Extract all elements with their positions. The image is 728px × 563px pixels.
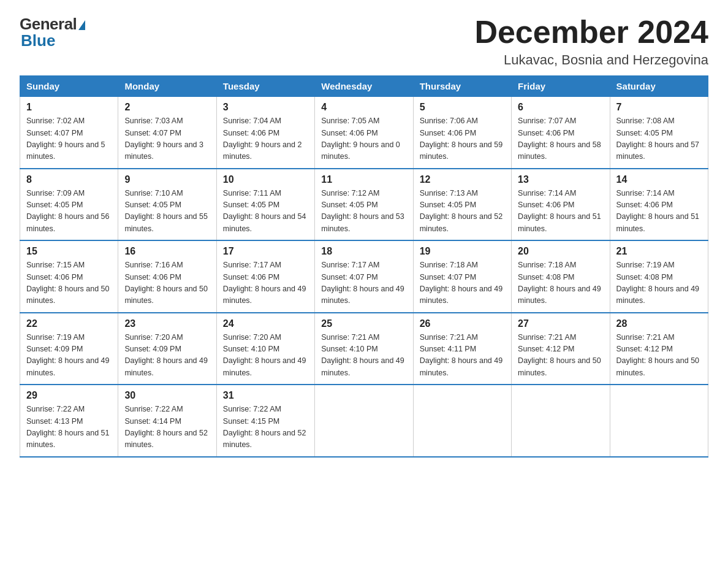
day-info: Sunrise: 7:06 AMSunset: 4:06 PMDaylight:… <box>420 117 503 161</box>
day-info: Sunrise: 7:22 AMSunset: 4:14 PMDaylight:… <box>124 405 208 449</box>
table-row: 20 Sunrise: 7:18 AMSunset: 4:08 PMDaylig… <box>512 240 610 313</box>
day-info: Sunrise: 7:18 AMSunset: 4:07 PMDaylight:… <box>420 261 503 305</box>
table-row: 17 Sunrise: 7:17 AMSunset: 4:06 PMDaylig… <box>216 240 314 313</box>
table-row: 22 Sunrise: 7:19 AMSunset: 4:09 PMDaylig… <box>20 313 118 385</box>
table-row <box>610 385 708 457</box>
day-number: 8 <box>26 174 112 185</box>
day-info: Sunrise: 7:11 AMSunset: 4:05 PMDaylight:… <box>223 189 306 233</box>
table-row: 10 Sunrise: 7:11 AMSunset: 4:05 PMDaylig… <box>216 169 314 241</box>
day-info: Sunrise: 7:08 AMSunset: 4:05 PMDaylight:… <box>616 117 700 161</box>
day-info: Sunrise: 7:22 AMSunset: 4:15 PMDaylight:… <box>223 405 306 449</box>
day-number: 15 <box>26 246 112 257</box>
day-info: Sunrise: 7:17 AMSunset: 4:07 PMDaylight:… <box>321 261 404 305</box>
table-row: 24 Sunrise: 7:20 AMSunset: 4:10 PMDaylig… <box>216 313 314 385</box>
day-number: 18 <box>321 246 406 257</box>
day-info: Sunrise: 7:20 AMSunset: 4:09 PMDaylight:… <box>124 333 208 377</box>
logo-blue-text: Blue <box>21 31 55 50</box>
table-row: 8 Sunrise: 7:09 AMSunset: 4:05 PMDayligh… <box>20 169 118 241</box>
day-info: Sunrise: 7:21 AMSunset: 4:11 PMDaylight:… <box>420 333 503 377</box>
calendar-week-row: 15 Sunrise: 7:15 AMSunset: 4:06 PMDaylig… <box>20 240 708 313</box>
col-sunday: Sunday <box>20 76 118 97</box>
table-row: 3 Sunrise: 7:04 AMSunset: 4:06 PMDayligh… <box>216 97 314 169</box>
day-number: 22 <box>26 318 112 329</box>
day-number: 3 <box>223 102 308 113</box>
day-number: 26 <box>420 318 505 329</box>
table-row: 1 Sunrise: 7:02 AMSunset: 4:07 PMDayligh… <box>20 97 118 169</box>
col-friday: Friday <box>512 76 610 97</box>
day-info: Sunrise: 7:22 AMSunset: 4:13 PMDaylight:… <box>26 405 110 449</box>
day-number: 1 <box>26 102 112 113</box>
day-info: Sunrise: 7:21 AMSunset: 4:12 PMDaylight:… <box>616 333 700 377</box>
day-number: 19 <box>420 246 505 257</box>
table-row: 11 Sunrise: 7:12 AMSunset: 4:05 PMDaylig… <box>315 169 413 241</box>
page-subtitle: Lukavac, Bosnia and Herzegovina <box>474 52 708 68</box>
calendar-header-row: Sunday Monday Tuesday Wednesday Thursday… <box>20 76 708 97</box>
table-row: 21 Sunrise: 7:19 AMSunset: 4:08 PMDaylig… <box>610 240 708 313</box>
calendar-week-row: 22 Sunrise: 7:19 AMSunset: 4:09 PMDaylig… <box>20 313 708 385</box>
table-row: 19 Sunrise: 7:18 AMSunset: 4:07 PMDaylig… <box>413 240 511 313</box>
table-row: 29 Sunrise: 7:22 AMSunset: 4:13 PMDaylig… <box>20 385 118 457</box>
day-number: 7 <box>616 102 702 113</box>
day-number: 5 <box>420 102 505 113</box>
table-row: 6 Sunrise: 7:07 AMSunset: 4:06 PMDayligh… <box>512 97 610 169</box>
table-row: 15 Sunrise: 7:15 AMSunset: 4:06 PMDaylig… <box>20 240 118 313</box>
day-info: Sunrise: 7:03 AMSunset: 4:07 PMDaylight:… <box>124 117 203 161</box>
table-row: 13 Sunrise: 7:14 AMSunset: 4:06 PMDaylig… <box>512 169 610 241</box>
logo-triangle-icon <box>78 20 85 30</box>
day-info: Sunrise: 7:17 AMSunset: 4:06 PMDaylight:… <box>223 261 306 305</box>
day-number: 25 <box>321 318 406 329</box>
day-info: Sunrise: 7:21 AMSunset: 4:12 PMDaylight:… <box>518 333 601 377</box>
day-number: 4 <box>321 102 406 113</box>
col-saturday: Saturday <box>610 76 708 97</box>
table-row: 7 Sunrise: 7:08 AMSunset: 4:05 PMDayligh… <box>610 97 708 169</box>
page-title: December 2024 <box>474 15 708 50</box>
table-row <box>315 385 413 457</box>
table-row: 5 Sunrise: 7:06 AMSunset: 4:06 PMDayligh… <box>413 97 511 169</box>
day-info: Sunrise: 7:10 AMSunset: 4:05 PMDaylight:… <box>124 189 208 233</box>
table-row <box>413 385 511 457</box>
day-info: Sunrise: 7:14 AMSunset: 4:06 PMDaylight:… <box>518 189 601 233</box>
day-number: 11 <box>321 174 406 185</box>
day-info: Sunrise: 7:21 AMSunset: 4:10 PMDaylight:… <box>321 333 404 377</box>
day-info: Sunrise: 7:05 AMSunset: 4:06 PMDaylight:… <box>321 117 400 161</box>
day-info: Sunrise: 7:19 AMSunset: 4:09 PMDaylight:… <box>26 333 110 377</box>
day-info: Sunrise: 7:14 AMSunset: 4:06 PMDaylight:… <box>616 189 700 233</box>
table-row: 23 Sunrise: 7:20 AMSunset: 4:09 PMDaylig… <box>118 313 216 385</box>
table-row: 25 Sunrise: 7:21 AMSunset: 4:10 PMDaylig… <box>315 313 413 385</box>
day-number: 27 <box>518 318 603 329</box>
day-info: Sunrise: 7:18 AMSunset: 4:08 PMDaylight:… <box>518 261 601 305</box>
table-row: 2 Sunrise: 7:03 AMSunset: 4:07 PMDayligh… <box>118 97 216 169</box>
day-number: 31 <box>223 390 308 401</box>
table-row: 12 Sunrise: 7:13 AMSunset: 4:05 PMDaylig… <box>413 169 511 241</box>
table-row: 26 Sunrise: 7:21 AMSunset: 4:11 PMDaylig… <box>413 313 511 385</box>
day-info: Sunrise: 7:20 AMSunset: 4:10 PMDaylight:… <box>223 333 306 377</box>
col-thursday: Thursday <box>413 76 511 97</box>
day-number: 10 <box>223 174 308 185</box>
day-number: 2 <box>124 102 210 113</box>
day-info: Sunrise: 7:07 AMSunset: 4:06 PMDaylight:… <box>518 117 601 161</box>
table-row: 30 Sunrise: 7:22 AMSunset: 4:14 PMDaylig… <box>118 385 216 457</box>
day-number: 16 <box>124 246 210 257</box>
day-number: 29 <box>26 390 112 401</box>
day-number: 24 <box>223 318 308 329</box>
title-block: December 2024 Lukavac, Bosnia and Herzeg… <box>474 15 708 68</box>
calendar-table: Sunday Monday Tuesday Wednesday Thursday… <box>20 75 708 458</box>
calendar-week-row: 1 Sunrise: 7:02 AMSunset: 4:07 PMDayligh… <box>20 97 708 169</box>
day-number: 12 <box>420 174 505 185</box>
col-wednesday: Wednesday <box>315 76 413 97</box>
day-info: Sunrise: 7:16 AMSunset: 4:06 PMDaylight:… <box>124 261 208 305</box>
day-info: Sunrise: 7:02 AMSunset: 4:07 PMDaylight:… <box>26 117 105 161</box>
table-row: 16 Sunrise: 7:16 AMSunset: 4:06 PMDaylig… <box>118 240 216 313</box>
day-number: 30 <box>124 390 210 401</box>
calendar-week-row: 29 Sunrise: 7:22 AMSunset: 4:13 PMDaylig… <box>20 385 708 457</box>
table-row: 4 Sunrise: 7:05 AMSunset: 4:06 PMDayligh… <box>315 97 413 169</box>
table-row: 27 Sunrise: 7:21 AMSunset: 4:12 PMDaylig… <box>512 313 610 385</box>
day-number: 9 <box>124 174 210 185</box>
col-tuesday: Tuesday <box>216 76 314 97</box>
table-row: 9 Sunrise: 7:10 AMSunset: 4:05 PMDayligh… <box>118 169 216 241</box>
day-number: 14 <box>616 174 702 185</box>
day-number: 17 <box>223 246 308 257</box>
table-row <box>512 385 610 457</box>
table-row: 18 Sunrise: 7:17 AMSunset: 4:07 PMDaylig… <box>315 240 413 313</box>
page-header: General Blue December 2024 Lukavac, Bosn… <box>20 15 708 68</box>
